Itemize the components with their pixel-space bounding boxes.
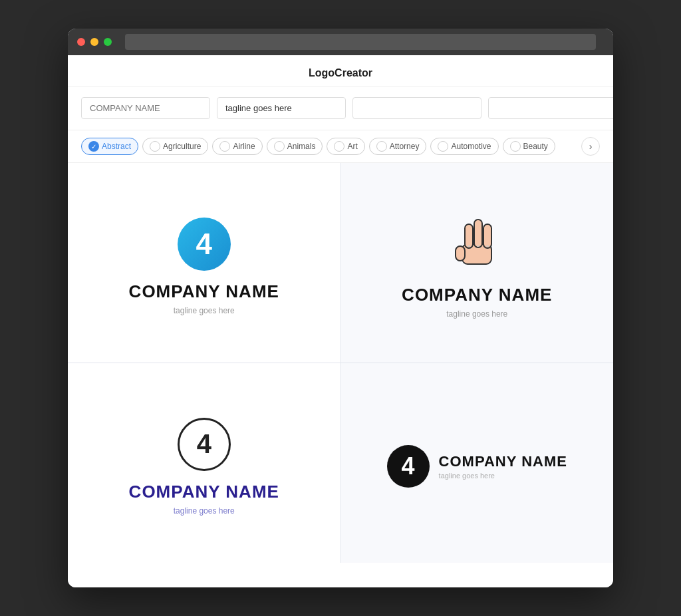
app-content: LogoCreator SEARCH ✓ Abstract Agricultur… bbox=[68, 55, 613, 587]
tagline-input[interactable] bbox=[217, 97, 346, 119]
logo4-number: 4 bbox=[402, 452, 415, 480]
app-header: LogoCreator bbox=[68, 55, 613, 86]
logo4-company-name: COMPANY NAME bbox=[439, 453, 567, 470]
filter-art[interactable]: Art bbox=[327, 138, 364, 155]
company-name-input[interactable] bbox=[81, 97, 210, 119]
maximize-button[interactable] bbox=[104, 38, 112, 46]
logo3-icon: 4 bbox=[178, 418, 231, 471]
logo3-tagline: tagline goes here bbox=[174, 506, 235, 516]
filter-abstract[interactable]: ✓ Abstract bbox=[81, 138, 138, 155]
check-icon bbox=[274, 141, 285, 152]
filter-attorney[interactable]: Attorney bbox=[369, 138, 427, 155]
close-button[interactable] bbox=[77, 38, 85, 46]
logo3-company-name: COMPANY NAME bbox=[129, 482, 279, 502]
address-bar[interactable] bbox=[125, 34, 596, 50]
filter-label: Animals bbox=[287, 142, 316, 151]
logo4-text: COMPANY NAME tagline goes here bbox=[439, 453, 567, 480]
app-window: LogoCreator SEARCH ✓ Abstract Agricultur… bbox=[68, 29, 613, 587]
logo2-hand-icon bbox=[450, 214, 503, 274]
filter-label: Beauty bbox=[523, 142, 548, 151]
logo2-company-name: COMPANY NAME bbox=[402, 285, 552, 305]
svg-rect-1 bbox=[456, 246, 465, 261]
app-title: LogoCreator bbox=[309, 67, 372, 78]
filter-next-arrow[interactable]: › bbox=[581, 137, 600, 156]
filter-label: Airline bbox=[233, 142, 255, 151]
filter-agriculture[interactable]: Agriculture bbox=[142, 138, 208, 155]
logo3-number: 4 bbox=[197, 429, 211, 459]
filter-animals[interactable]: Animals bbox=[267, 138, 323, 155]
svg-rect-4 bbox=[483, 224, 491, 248]
filter-label: Attorney bbox=[390, 142, 420, 151]
filter-bar: ✓ Abstract Agriculture Airline Animals A… bbox=[68, 130, 613, 163]
logo1-company-name: COMPANY NAME bbox=[129, 281, 279, 302]
check-icon bbox=[376, 141, 387, 152]
filter-label: Abstract bbox=[102, 142, 131, 151]
logo1-tagline: tagline goes here bbox=[174, 306, 235, 315]
filter-label: Agriculture bbox=[163, 142, 201, 151]
filter-airline[interactable]: Airline bbox=[212, 138, 262, 155]
check-icon bbox=[510, 141, 521, 152]
svg-rect-3 bbox=[474, 220, 482, 247]
logo4-tagline: tagline goes here bbox=[439, 472, 567, 480]
search-field-4[interactable] bbox=[488, 97, 613, 119]
logo-card-3[interactable]: 4 COMPANY NAME tagline goes here bbox=[68, 363, 340, 563]
check-icon bbox=[438, 141, 448, 152]
titlebar bbox=[68, 29, 613, 55]
logo-card-1[interactable]: 4 COMPANY NAME tagline goes here bbox=[68, 163, 340, 363]
svg-rect-2 bbox=[465, 224, 473, 248]
check-icon: ✓ bbox=[88, 141, 99, 152]
logo1-icon: 4 bbox=[178, 218, 231, 271]
logo-card-2[interactable]: COMPANY NAME tagline goes here bbox=[341, 163, 614, 363]
filter-label: Art bbox=[347, 142, 357, 151]
check-icon bbox=[150, 141, 160, 152]
logo-card-4[interactable]: 4 COMPANY NAME tagline goes here bbox=[341, 363, 614, 563]
logo1-number: 4 bbox=[196, 230, 212, 259]
logo-grid: 4 COMPANY NAME tagline goes here bbox=[68, 163, 613, 563]
search-bar: SEARCH bbox=[68, 86, 613, 130]
check-icon bbox=[219, 141, 230, 152]
filter-label: Automotive bbox=[451, 142, 491, 151]
check-icon bbox=[334, 141, 344, 152]
logo4-icon: 4 bbox=[387, 445, 430, 488]
filter-automotive[interactable]: Automotive bbox=[430, 138, 498, 155]
minimize-button[interactable] bbox=[90, 38, 98, 46]
logo2-tagline: tagline goes here bbox=[446, 309, 507, 319]
logo4-wrapper: 4 COMPANY NAME tagline goes here bbox=[387, 445, 567, 488]
search-field-3[interactable] bbox=[352, 97, 481, 119]
filter-beauty[interactable]: Beauty bbox=[503, 138, 555, 155]
